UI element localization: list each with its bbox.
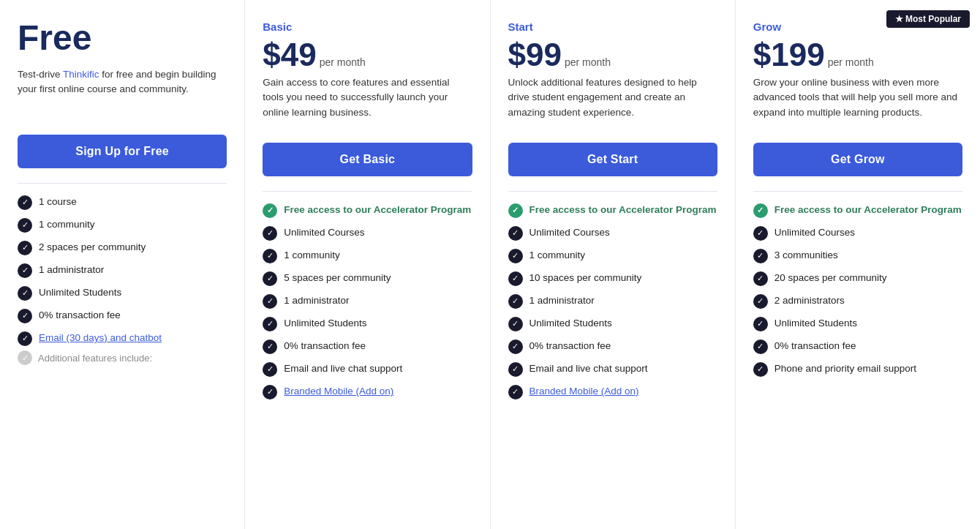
feature-item: ✓ 10 spaces per community (508, 271, 717, 286)
check-icon: ✓ (18, 195, 32, 210)
check-icon: ✓ (18, 263, 32, 278)
feature-text: Email (30 days) and chatbot (39, 331, 162, 345)
feature-text: Unlimited Students (284, 317, 366, 331)
feature-text: 0% transaction fee (39, 309, 121, 323)
feature-item: ✓ Unlimited Students (508, 317, 717, 331)
feature-text: 1 community (529, 249, 586, 263)
feature-link[interactable]: Branded Mobile (Add on) (529, 386, 639, 397)
plan-title: Start (508, 20, 717, 33)
check-icon: ✓ (508, 294, 523, 309)
check-icon: ✓ (263, 317, 277, 331)
feature-item: ✓ Email and live chat support (508, 362, 717, 377)
plan-title: Basic (263, 20, 472, 33)
check-icon: ✓ (508, 249, 523, 263)
additional-label: ✓ Additional features include: (18, 350, 227, 365)
check-icon: ✓ (18, 309, 32, 323)
feature-text: 0% transaction fee (774, 339, 856, 353)
check-icon: ✓ (753, 203, 768, 218)
plan-title: Free (18, 20, 227, 56)
feature-text: Unlimited Courses (529, 226, 610, 240)
feature-item: ✓ 0% transaction fee (18, 309, 227, 323)
feature-item: ✓ 1 administrator (508, 294, 717, 309)
check-icon: ✓ (263, 339, 277, 354)
check-icon: ✓ (263, 249, 277, 263)
plan-description: Grow your online business with even more… (753, 75, 962, 128)
check-icon: ✓ (263, 271, 277, 286)
divider (263, 191, 472, 192)
feature-item: ✓ 1 community (263, 249, 472, 263)
feature-text: 10 spaces per community (529, 271, 642, 285)
check-icon: ✓ (753, 317, 768, 331)
feature-item: ✓ 2 administrators (753, 294, 962, 309)
feature-text: 1 course (39, 195, 77, 209)
feature-item: ✓ Email and live chat support (263, 362, 472, 377)
check-icon: ✓ (263, 226, 277, 241)
feature-text: Email and live chat support (529, 362, 648, 376)
feature-item: ✓ 1 administrator (18, 263, 227, 278)
feature-list: ✓ Free access to our Accelerator Program… (263, 203, 472, 399)
feature-text: 1 administrator (39, 263, 104, 277)
feature-text: Unlimited Courses (284, 226, 364, 240)
plan-card-basic: Basic $49 per month Gain access to core … (245, 0, 490, 529)
feature-item: ✓ 20 spaces per community (753, 271, 962, 286)
feature-link[interactable]: Email (30 days) and chatbot (39, 332, 162, 343)
feature-item: ✓ Unlimited Courses (263, 226, 472, 241)
feature-item: ✓ 5 spaces per community (263, 271, 472, 286)
check-icon: ✓ (508, 339, 523, 354)
plan-period: per month (828, 56, 874, 68)
feature-item: ✓ 1 administrator (263, 294, 472, 309)
feature-text: 2 spaces per community (39, 241, 146, 255)
feature-item: ✓ 1 course (18, 195, 227, 210)
check-gray-icon: ✓ (18, 350, 32, 365)
plan-price: $49 (263, 39, 316, 71)
check-icon: ✓ (753, 362, 768, 377)
divider (753, 191, 962, 192)
plan-cta-button[interactable]: Get Basic (263, 143, 472, 176)
plan-price-row: $99 per month (508, 39, 717, 71)
check-icon: ✓ (263, 362, 277, 377)
feature-text: Free access to our Accelerator Program (774, 203, 962, 217)
plan-card-start: Start $99 per month Unlock additional fe… (491, 0, 736, 529)
plan-cta-button[interactable]: Get Grow (753, 143, 962, 176)
plan-period: per month (320, 56, 366, 68)
plan-price: $199 (753, 39, 825, 71)
check-icon: ✓ (18, 218, 32, 233)
check-icon: ✓ (508, 203, 523, 218)
feature-text: Phone and priority email support (774, 362, 916, 376)
feature-text: Free access to our Accelerator Program (529, 203, 717, 217)
feature-item: ✓ 1 community (508, 249, 717, 263)
pricing-container: FreeTest-drive Thinkific for free and be… (0, 0, 980, 529)
plan-description: Test-drive Thinkific for free and begin … (18, 67, 227, 120)
check-icon: ✓ (508, 226, 523, 241)
check-icon: ✓ (508, 362, 523, 377)
feature-text: Branded Mobile (Add on) (529, 385, 639, 399)
plan-description: Unlock additional features designed to h… (508, 75, 717, 128)
feature-item: ✓ Free access to our Accelerator Program (263, 203, 472, 218)
check-icon: ✓ (263, 203, 277, 218)
feature-text: Unlimited Students (529, 317, 612, 331)
feature-text: 2 administrators (774, 294, 845, 308)
feature-item: ✓ Free access to our Accelerator Program (753, 203, 962, 218)
feature-item: ✓ 2 spaces per community (18, 241, 227, 255)
feature-text: 0% transaction fee (284, 339, 366, 353)
feature-text: 5 spaces per community (284, 271, 391, 285)
feature-item: ✓ Unlimited Students (18, 286, 227, 301)
check-icon: ✓ (753, 271, 768, 286)
check-icon: ✓ (263, 294, 277, 309)
feature-text: Branded Mobile (Add on) (284, 385, 393, 399)
check-icon: ✓ (753, 339, 768, 354)
feature-item: ✓ Free access to our Accelerator Program (508, 203, 717, 218)
feature-text: Unlimited Students (39, 286, 121, 300)
plan-card-free: FreeTest-drive Thinkific for free and be… (0, 0, 245, 529)
feature-text: Unlimited Students (774, 317, 857, 331)
check-icon: ✓ (508, 317, 523, 331)
feature-item: ✓ 1 community (18, 218, 227, 233)
plan-cta-button[interactable]: Sign Up for Free (18, 135, 227, 168)
feature-item: ✓ Unlimited Students (263, 317, 472, 331)
plan-price: $99 (508, 39, 562, 71)
feature-link[interactable]: Branded Mobile (Add on) (284, 386, 393, 397)
feature-item: ✓ Unlimited Courses (753, 226, 962, 241)
feature-text: 1 administrator (529, 294, 595, 308)
plan-cta-button[interactable]: Get Start (508, 143, 717, 176)
check-icon: ✓ (753, 294, 768, 309)
